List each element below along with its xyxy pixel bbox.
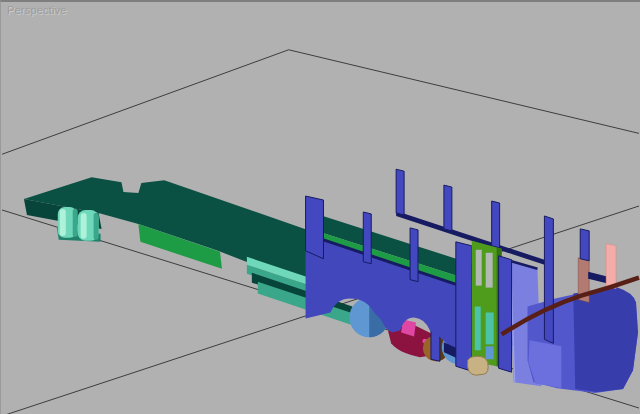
bumper-highlight bbox=[60, 209, 66, 236]
tan-bracket[interactable] bbox=[467, 356, 488, 375]
bumper-highlight bbox=[81, 213, 87, 239]
rack-slot-open bbox=[486, 253, 493, 288]
cab-corner-post-left[interactable] bbox=[456, 242, 472, 371]
fender-right-facet bbox=[573, 288, 638, 392]
front-corner-post[interactable] bbox=[544, 216, 553, 343]
far-stake-post[interactable] bbox=[396, 169, 404, 215]
near-stake-post[interactable] bbox=[410, 228, 418, 282]
near-stake-post[interactable] bbox=[363, 212, 371, 264]
headboard-rack[interactable] bbox=[472, 241, 502, 367]
near-stake-post[interactable] bbox=[306, 196, 324, 259]
mirror-post[interactable] bbox=[578, 229, 589, 303]
viewport-canvas[interactable] bbox=[1, 2, 640, 414]
bumper-shade bbox=[73, 209, 78, 237]
cad-viewport[interactable]: Perspective bbox=[0, 0, 640, 414]
rack-slot-teal bbox=[486, 312, 494, 344]
mirror-post-upper bbox=[580, 229, 589, 261]
rack-slot-open bbox=[476, 250, 482, 286]
viewport-label[interactable]: Perspective bbox=[7, 4, 67, 16]
far-stake-post[interactable] bbox=[492, 201, 500, 248]
grid-edge-left bbox=[2, 50, 289, 154]
cab-corner-post-right[interactable] bbox=[499, 256, 512, 372]
grid-edge-right bbox=[289, 50, 639, 134]
bumper-shade bbox=[94, 213, 99, 240]
pink-stake-post[interactable] bbox=[606, 244, 616, 289]
far-stake-post[interactable] bbox=[444, 185, 452, 231]
rack-slot-blue bbox=[486, 346, 494, 359]
rack-slot-teal bbox=[475, 307, 481, 351]
